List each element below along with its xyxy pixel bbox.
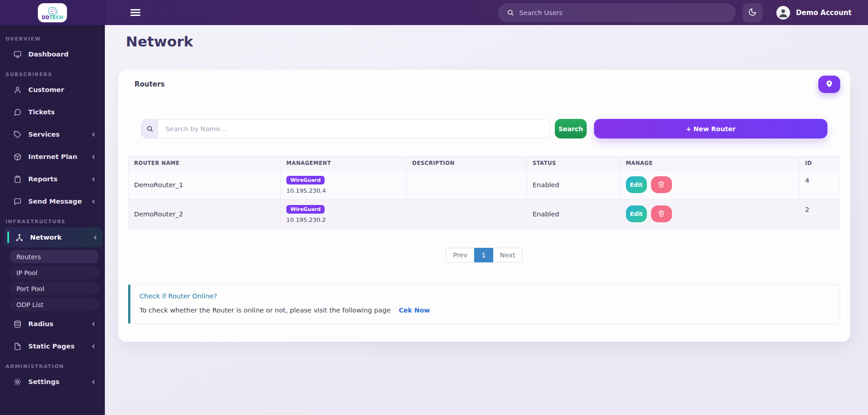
file-icon	[14, 343, 21, 350]
id-cell: 2	[799, 200, 840, 229]
pagination-page-1-button[interactable]: 1	[474, 248, 493, 262]
id-cell: 4	[799, 170, 840, 200]
sidebar-item-label: Send Message	[28, 198, 82, 205]
new-router-button[interactable]: + New Router	[594, 119, 827, 138]
chevron-left-icon	[91, 154, 97, 160]
table-header-row: Router Name Management Description Statu…	[129, 156, 840, 170]
pagination: Prev 1 Next	[128, 248, 840, 262]
description-cell	[407, 170, 527, 200]
subitem-label: IP Pool	[16, 269, 37, 277]
chevron-left-icon	[91, 199, 97, 205]
sidebar-item-dashboard[interactable]: Dashboard	[5, 44, 101, 64]
topbar: Demo Account	[105, 0, 868, 25]
pagination-prev-button[interactable]: Prev	[446, 248, 475, 262]
table-row: DemoRouter_2 WireGuard 10.195.230.2 Enab…	[129, 200, 840, 229]
map-view-button[interactable]	[818, 76, 840, 93]
sidebar-subitem-routers[interactable]: Routers	[10, 250, 99, 263]
dark-mode-toggle[interactable]	[743, 3, 763, 22]
avatar	[776, 6, 790, 20]
sidebar-item-reports[interactable]: Reports	[5, 169, 101, 189]
account-menu[interactable]: Demo Account	[776, 6, 852, 20]
col-id: ID	[799, 156, 840, 170]
section-overview: OVERVIEW	[5, 36, 105, 42]
subitem-label: Port Pool	[16, 285, 44, 292]
management-cell: WireGuard 10.195.230.2	[281, 200, 407, 229]
sidebar-item-label: Reports	[28, 175, 57, 183]
search-button[interactable]: Search	[555, 119, 587, 138]
manage-cell: Edit	[620, 200, 799, 229]
section-infrastructure: INFRASTRUCTURE	[5, 219, 105, 225]
message-square-icon	[14, 198, 21, 205]
management-ip: 10.195.230.2	[286, 216, 401, 223]
brand-logo[interactable]: DDTECH	[38, 3, 67, 22]
sidebar-item-send-message[interactable]: Send Message	[5, 191, 101, 211]
monitor-icon	[14, 51, 21, 58]
chevron-left-icon	[91, 379, 97, 385]
clipboard-icon	[14, 175, 21, 183]
database-icon	[14, 320, 21, 328]
chevron-left-icon	[91, 132, 97, 138]
chevron-left-icon	[91, 343, 97, 349]
map-pin-icon	[826, 80, 833, 89]
sidebar-subitem-port-pool[interactable]: Port Pool	[10, 282, 99, 295]
sidebar: DDTECH OVERVIEW Dashboard SUBSCRIBERS Cu…	[0, 0, 105, 415]
search-icon	[507, 9, 514, 16]
sidebar-item-label: Internet Plan	[28, 153, 77, 160]
sidebar-item-radius[interactable]: Radius	[5, 314, 101, 334]
cek-now-link[interactable]: Cek Now	[399, 307, 430, 314]
sidebar-item-label: Customer	[28, 86, 64, 93]
subitem-label: ODP List	[16, 301, 43, 308]
logo-area: DDTECH	[0, 0, 105, 25]
col-management: Management	[281, 156, 407, 170]
router-name-search-input[interactable]	[158, 119, 550, 138]
sidebar-item-services[interactable]: Services	[5, 124, 101, 144]
management-ip: 10.195.230.4	[286, 187, 401, 194]
sidebar-item-customer[interactable]: Customer	[5, 80, 101, 100]
edit-button[interactable]: Edit	[626, 205, 647, 222]
sidebar-item-static-pages[interactable]: Static Pages	[5, 336, 101, 356]
sidebar-nav: OVERVIEW Dashboard SUBSCRIBERS Customer …	[0, 25, 105, 415]
status-cell: Enabled	[527, 170, 620, 200]
chevron-left-icon	[93, 235, 98, 241]
gear-icon	[14, 378, 21, 386]
sidebar-item-label: Static Pages	[28, 343, 75, 350]
delete-button[interactable]	[651, 205, 672, 222]
global-search-input[interactable]	[519, 9, 727, 16]
col-description: Description	[407, 156, 527, 170]
menu-toggle-button[interactable]	[130, 9, 140, 16]
info-body-text: To check whether the Router is online or…	[140, 307, 391, 314]
box-icon	[14, 153, 21, 161]
page-content: Network Routers Search + New Router	[105, 25, 868, 415]
sidebar-item-label: Radius	[28, 320, 53, 328]
sidebar-item-network[interactable]: Network	[4, 227, 103, 247]
sidebar-item-tickets[interactable]: Tickets	[5, 102, 101, 122]
sidebar-item-label: Settings	[28, 378, 59, 385]
col-manage: Manage	[620, 156, 799, 170]
trash-icon	[658, 181, 665, 189]
sidebar-item-settings[interactable]: Settings	[5, 372, 101, 392]
table-search-row: Search + New Router	[141, 119, 827, 138]
edit-button[interactable]: Edit	[626, 176, 647, 193]
section-administration: ADMINISTRATION	[5, 364, 105, 369]
trash-icon	[658, 210, 665, 218]
router-name-cell: DemoRouter_2	[129, 200, 281, 229]
sidebar-subitem-ip-pool[interactable]: IP Pool	[10, 266, 99, 279]
card-title: Routers	[134, 80, 165, 88]
routers-card: Routers Search + New Router	[118, 70, 850, 342]
management-badge: WireGuard	[286, 205, 325, 214]
col-status: Status	[527, 156, 620, 170]
status-cell: Enabled	[527, 200, 620, 229]
routers-table: Router Name Management Description Statu…	[128, 156, 840, 229]
delete-button[interactable]	[651, 176, 672, 193]
router-name-cell: DemoRouter_1	[129, 170, 281, 200]
user-icon	[14, 86, 21, 94]
management-cell: WireGuard 10.195.230.4	[281, 170, 407, 200]
search-icon	[141, 119, 158, 138]
subitem-label: Routers	[16, 253, 41, 261]
app-root: DDTECH OVERVIEW Dashboard SUBSCRIBERS Cu…	[0, 0, 868, 415]
pagination-next-button[interactable]: Next	[493, 248, 523, 262]
sidebar-item-internet-plan[interactable]: Internet Plan	[5, 147, 101, 167]
sidebar-item-label: Network	[30, 234, 62, 241]
sidebar-subitem-odp-list[interactable]: ODP List	[10, 298, 99, 311]
manage-cell: Edit	[620, 170, 799, 200]
